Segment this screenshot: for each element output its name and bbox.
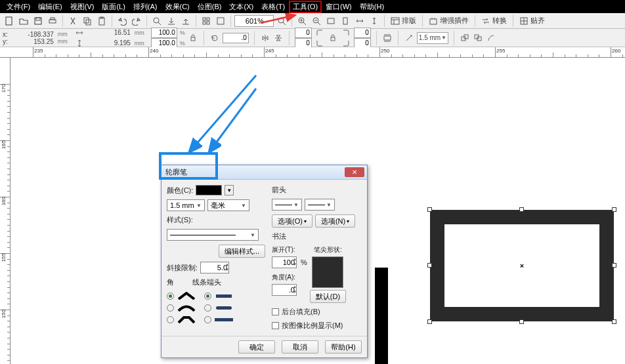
to-back-icon[interactable] [473, 33, 483, 43]
import-icon[interactable] [165, 14, 178, 28]
rotate-input[interactable] [223, 33, 249, 43]
corner-tl-input[interactable] [295, 28, 312, 38]
text-wrap-icon[interactable] [382, 33, 393, 43]
mirror-h-icon[interactable] [260, 33, 270, 43]
corner-lock-icon[interactable] [328, 33, 338, 43]
svg-rect-25 [384, 36, 391, 40]
lock-ratio-icon[interactable] [188, 33, 198, 43]
stretch-up-icon[interactable]: ▲ [291, 257, 298, 262]
menu-bitmap[interactable]: 位图(B) [194, 1, 226, 13]
svg-line-35 [261, 15, 295, 23]
default-button[interactable]: 默认(D) [310, 290, 346, 303]
outline-width-dropdown[interactable]: 1.5 mm▼ [417, 32, 448, 44]
style-dropdown[interactable]: ▼ [167, 229, 259, 241]
new-icon[interactable] [3, 14, 16, 28]
cap-butt-radio[interactable] [204, 293, 211, 300]
color-swatch[interactable] [196, 185, 222, 195]
menu-help[interactable]: 帮助(H) [356, 1, 388, 13]
open-icon[interactable] [17, 14, 30, 28]
arrow-options-start-button[interactable]: 选项(O) ▾ [272, 214, 312, 228]
corner-miter-radio[interactable] [167, 293, 174, 300]
plugins-button[interactable]: 增强插件 [426, 14, 471, 28]
miter-down-icon[interactable]: ▼ [224, 268, 230, 273]
convert-curves-icon[interactable] [486, 33, 496, 43]
zoom-height-icon[interactable] [368, 14, 381, 28]
zoom-fit-icon[interactable] [324, 14, 337, 28]
behind-fill-checkbox[interactable] [272, 308, 279, 315]
convert-button[interactable]: 转换 [479, 14, 509, 28]
layout-button[interactable]: 排版 [388, 14, 419, 28]
svg-rect-12 [203, 22, 205, 24]
paste-icon[interactable] [95, 14, 108, 28]
svg-rect-4 [51, 18, 54, 20]
ruler-horizontal: 235240245250255260265270275 [0, 47, 625, 58]
print-icon[interactable] [46, 14, 59, 28]
width-dropdown[interactable]: 1.5 mm▼ [167, 199, 205, 211]
svg-rect-14 [217, 18, 224, 24]
handle-tl[interactable] [427, 207, 432, 212]
edit-style-button[interactable]: 编辑样式... [219, 245, 265, 258]
color-dropdown-icon[interactable]: ▼ [225, 185, 234, 195]
handle-tr[interactable] [612, 207, 616, 212]
angle-up-icon[interactable]: ▲ [291, 285, 298, 290]
undo-icon[interactable] [116, 14, 129, 28]
svg-rect-23 [191, 37, 195, 41]
cap-square-radio[interactable] [204, 316, 211, 323]
menu-tools[interactable]: 工具(O) [289, 1, 322, 13]
selected-rectangle[interactable]: × [430, 210, 614, 321]
menu-view[interactable]: 视图(V) [66, 1, 98, 13]
menu-file[interactable]: 文件(F) [3, 1, 34, 13]
zoom-out-icon[interactable] [310, 14, 323, 28]
menu-text[interactable]: 文本(X) [225, 1, 257, 13]
zoom-width-icon[interactable] [353, 14, 366, 28]
handle-ml[interactable] [427, 263, 432, 268]
scale-with-checkbox[interactable] [272, 322, 279, 329]
width-unit-dropdown[interactable]: 毫米▼ [207, 199, 249, 211]
zoom-page-icon[interactable] [339, 14, 352, 28]
miter-up-icon[interactable]: ▲ [224, 262, 230, 268]
menu-effects[interactable]: 效果(C) [162, 1, 194, 13]
corner-round-radio[interactable] [167, 304, 174, 312]
handle-tm[interactable] [519, 207, 524, 212]
cancel-button[interactable]: 取消 [282, 340, 318, 354]
svg-line-34 [210, 89, 256, 151]
find-icon[interactable] [150, 14, 163, 28]
angle-down-icon[interactable]: ▼ [291, 290, 298, 295]
corner-bevel-radio[interactable] [167, 316, 174, 323]
handle-br[interactable] [612, 319, 616, 324]
arrow-options-end-button[interactable]: 选项(N) ▾ [315, 214, 355, 228]
nib-preview [312, 256, 343, 288]
to-front-icon[interactable] [460, 33, 470, 43]
pos-x-value: -188.337 [11, 31, 55, 38]
handle-bl[interactable] [427, 319, 432, 324]
stretch-down-icon[interactable]: ▼ [291, 262, 298, 268]
menu-layout[interactable]: 版面(L) [98, 1, 129, 13]
corner-tr-input[interactable] [354, 28, 371, 38]
cut-icon[interactable] [66, 14, 79, 28]
menu-table[interactable]: 表格(T) [257, 1, 289, 13]
copy-icon[interactable] [81, 14, 94, 28]
save-icon[interactable] [32, 14, 45, 28]
app-launcher-icon[interactable] [200, 14, 213, 28]
shadow-rect [375, 268, 388, 364]
ok-button[interactable]: 确定 [238, 340, 275, 354]
scale-x-input[interactable] [151, 28, 177, 38]
pos-y-label: y: [3, 38, 8, 45]
arrow-start-dropdown[interactable]: ▼ [272, 199, 302, 211]
help-button[interactable]: 帮助(H) [325, 340, 362, 354]
close-button[interactable]: ✕ [345, 167, 364, 177]
menu-edit[interactable]: 编辑(E) [34, 1, 66, 13]
export-icon[interactable] [179, 14, 192, 28]
snap-button[interactable]: 贴齐 [517, 14, 548, 28]
menu-arrange[interactable]: 排列(A) [129, 1, 162, 13]
arrows-label: 箭头 [272, 185, 360, 195]
mirror-v-icon[interactable] [273, 33, 284, 43]
cap-round-radio[interactable] [204, 304, 211, 312]
welcome-icon[interactable] [214, 14, 227, 28]
close-icon: ✕ [352, 169, 357, 176]
menu-window[interactable]: 窗口(W) [322, 1, 356, 13]
redo-icon[interactable] [130, 14, 143, 28]
arrow-end-dropdown[interactable]: ▼ [305, 199, 335, 211]
handle-mr[interactable] [612, 263, 616, 268]
handle-bm[interactable] [519, 319, 524, 324]
